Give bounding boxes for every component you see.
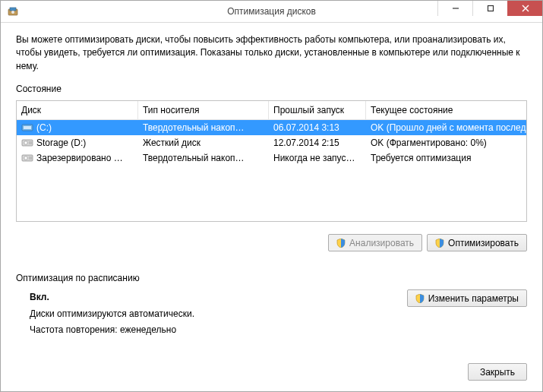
- table-body: (C:)Твердотельный накоп…06.07.2014 3:13O…: [17, 120, 526, 166]
- maximize-button[interactable]: [472, 1, 507, 16]
- close-button-label: Закрыть: [480, 367, 515, 378]
- schedule-state: Вкл.: [30, 289, 407, 306]
- shield-icon: [336, 239, 346, 248]
- table-row[interactable]: Зарезервировано …Твердотельный накоп…Ник…: [17, 150, 526, 166]
- intro-text: Вы можете оптимизировать диски, чтобы по…: [16, 33, 527, 73]
- svg-point-13: [24, 156, 27, 160]
- cell-disk: (C:): [17, 120, 138, 135]
- analyze-button[interactable]: Анализировать: [328, 234, 422, 251]
- footer-row: Закрыть: [16, 352, 527, 381]
- cell-disk: Зарезервировано …: [17, 150, 138, 166]
- window: Оптимизация дисков Вы можете оптимизиров…: [0, 0, 543, 392]
- cell-media: Твердотельный накоп…: [138, 150, 269, 166]
- drive-name: Зарезервировано …: [36, 153, 123, 163]
- change-settings-button-label: Изменить параметры: [428, 293, 519, 304]
- cell-disk: Storage (D:): [17, 135, 138, 150]
- minimize-button[interactable]: [437, 1, 472, 16]
- change-settings-button[interactable]: Изменить параметры: [407, 289, 527, 307]
- client-area: Вы можете оптимизировать диски, чтобы по…: [1, 23, 542, 391]
- col-header-disk[interactable]: Диск: [17, 101, 138, 119]
- action-button-row: Анализировать Оптимизировать: [16, 234, 527, 251]
- status-section-label: Состояние: [16, 84, 527, 94]
- cell-last-run: 12.07.2014 2:15: [269, 135, 366, 150]
- window-controls: [437, 1, 542, 22]
- col-header-media[interactable]: Тип носителя: [138, 101, 269, 119]
- svg-rect-14: [29, 156, 32, 160]
- drive-name: Storage (D:): [36, 138, 86, 148]
- cell-media: Твердотельный накоп…: [138, 120, 269, 135]
- cell-media: Жесткий диск: [138, 135, 269, 150]
- cell-status: OK (Фрагментировано: 0%): [366, 135, 526, 150]
- ssd-drive-icon: [21, 123, 33, 132]
- schedule-line1: Диски оптимизируются автоматически.: [30, 306, 407, 323]
- close-button[interactable]: Закрыть: [468, 363, 527, 381]
- optimize-button-label: Оптимизировать: [448, 238, 519, 248]
- col-header-lastrun[interactable]: Прошлый запуск: [269, 101, 366, 119]
- schedule-text: Вкл. Диски оптимизируются автоматически.…: [16, 289, 407, 339]
- shield-icon: [435, 239, 444, 248]
- cell-status: Требуется оптимизация: [366, 150, 526, 166]
- col-header-status[interactable]: Текущее состояние: [366, 101, 526, 119]
- hdd-drive-icon: [21, 153, 33, 163]
- svg-rect-8: [24, 126, 31, 129]
- svg-rect-11: [29, 141, 32, 144]
- schedule-line2: Частота повторения: еженедельно: [30, 322, 407, 339]
- titlebar: Оптимизация дисков: [1, 1, 542, 23]
- cell-status: OK (Прошло дней с момента последне…: [366, 120, 526, 135]
- svg-rect-4: [488, 6, 493, 11]
- svg-point-2: [11, 11, 14, 14]
- app-icon: [7, 5, 19, 17]
- close-window-button[interactable]: [507, 1, 542, 16]
- table-row[interactable]: Storage (D:)Жесткий диск12.07.2014 2:15O…: [17, 135, 526, 150]
- svg-point-10: [24, 141, 27, 144]
- table-header: Диск Тип носителя Прошлый запуск Текущее…: [17, 101, 526, 120]
- drive-table: Диск Тип носителя Прошлый запуск Текущее…: [16, 100, 527, 222]
- schedule-section-label: Оптимизация по расписанию: [16, 273, 527, 283]
- cell-last-run: 06.07.2014 3:13: [269, 120, 366, 135]
- cell-last-run: Никогда не запус…: [269, 150, 366, 166]
- hdd-drive-icon: [21, 138, 33, 147]
- svg-rect-1: [10, 8, 16, 11]
- analyze-button-label: Анализировать: [349, 238, 414, 248]
- schedule-section: Оптимизация по расписанию Вкл. Диски опт…: [16, 273, 527, 339]
- table-row[interactable]: (C:)Твердотельный накоп…06.07.2014 3:13O…: [17, 120, 526, 135]
- shield-icon: [415, 294, 425, 303]
- optimize-button[interactable]: Оптимизировать: [427, 234, 527, 251]
- drive-name: (C:): [36, 122, 52, 133]
